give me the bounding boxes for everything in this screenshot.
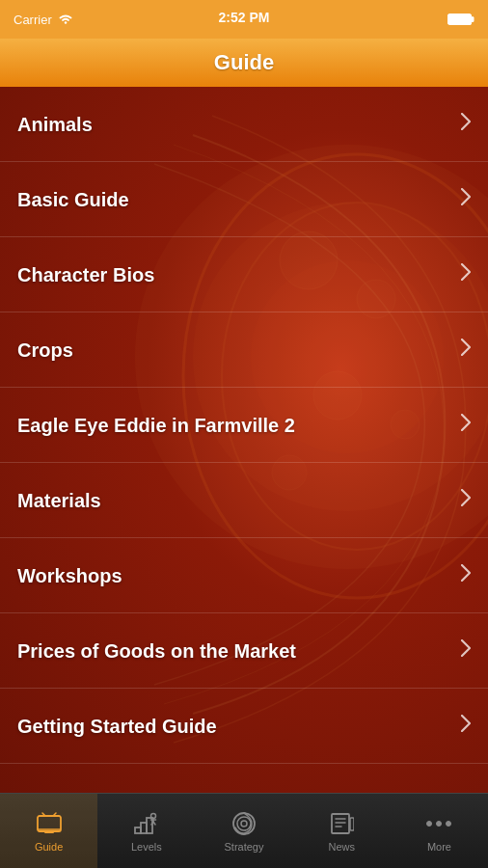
list-item[interactable]: Materials [0, 463, 488, 538]
tab-strategy-label: Strategy [225, 841, 264, 853]
page-title: Guide [214, 50, 274, 75]
list-item-label: Workshops [17, 564, 451, 587]
tab-guide-label: Guide [35, 841, 63, 853]
list-item[interactable]: Basic Guide [0, 162, 488, 237]
list-item[interactable]: Character Bios [0, 237, 488, 312]
news-icon [328, 810, 355, 837]
svg-rect-0 [448, 14, 472, 25]
list-item-label: Crops [17, 339, 451, 362]
svg-rect-1 [472, 16, 474, 22]
svg-point-35 [437, 821, 442, 826]
app-header: Guide [0, 39, 488, 87]
list-item[interactable]: Getting Started Guide [0, 689, 488, 764]
chevron-right-icon [461, 715, 471, 737]
tab-levels-label: Levels [131, 841, 162, 853]
list-item-label: Character Bios [17, 263, 451, 286]
tab-guide[interactable]: Guide [0, 794, 97, 868]
time-label: 2:52 PM [219, 10, 270, 25]
list-item-label: Prices of Goods on the Market [17, 639, 451, 663]
svg-line-25 [153, 822, 155, 825]
battery-icon [447, 13, 474, 26]
carrier-label: Carrier [14, 13, 52, 27]
main-content: AnimalsBasic GuideCharacter BiosCropsEag… [0, 87, 488, 793]
list-item-label: Animals [17, 113, 451, 136]
chevron-right-icon [461, 414, 471, 436]
tab-bar: Guide Levels [0, 793, 488, 868]
chevron-right-icon [461, 489, 471, 511]
chevron-right-icon [461, 639, 471, 662]
guide-icon [36, 810, 63, 837]
list-item-label: Materials [17, 489, 451, 512]
levels-icon [133, 810, 160, 837]
tab-strategy[interactable]: Strategy [195, 794, 292, 868]
chevron-right-icon [461, 188, 471, 210]
strategy-icon [230, 810, 258, 837]
tab-levels[interactable]: Levels [97, 794, 195, 868]
svg-point-34 [427, 821, 432, 826]
chevron-right-icon [461, 339, 471, 361]
list-item-label: Getting Started Guide [17, 715, 451, 738]
guide-list: AnimalsBasic GuideCharacter BiosCropsEag… [0, 87, 488, 764]
svg-rect-30 [350, 818, 354, 830]
list-item-label: Basic Guide [17, 188, 451, 211]
list-item[interactable]: Workshops [0, 538, 488, 613]
svg-point-36 [447, 821, 451, 826]
tab-more[interactable]: More [391, 794, 488, 868]
wifi-icon [58, 14, 73, 25]
chevron-right-icon [461, 564, 471, 586]
more-icon [425, 810, 452, 837]
status-bar: Carrier 2:52 PM [0, 0, 488, 39]
tab-more-label: More [427, 841, 451, 853]
svg-point-28 [241, 821, 247, 827]
chevron-right-icon [461, 263, 471, 285]
tab-news[interactable]: News [293, 794, 391, 868]
list-item[interactable]: Animals [0, 87, 488, 162]
list-item[interactable]: Crops [0, 312, 488, 388]
list-item-label: Eagle Eye Eddie in Farmville 2 [17, 414, 451, 437]
chevron-right-icon [461, 113, 471, 135]
tab-news-label: News [328, 841, 355, 853]
list-item[interactable]: Eagle Eye Eddie in Farmville 2 [0, 388, 488, 463]
svg-point-27 [237, 817, 251, 830]
list-item[interactable]: Prices of Goods on the Market [0, 613, 488, 689]
svg-rect-29 [332, 814, 349, 833]
